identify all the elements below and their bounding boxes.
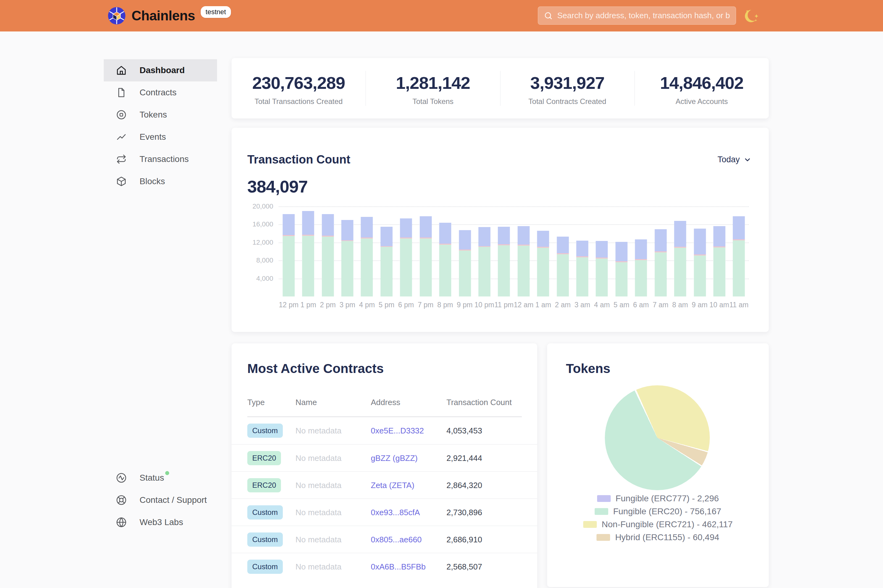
contract-transaction-count: 2,864,320 <box>447 480 482 490</box>
bar-10-pm[interactable] <box>475 204 494 297</box>
x-axis-tick-label: 11 am <box>729 301 749 309</box>
bar-stack <box>635 239 647 297</box>
green-segment <box>537 248 549 297</box>
green-segment <box>420 238 432 297</box>
x-axis-tick-label: 10 am <box>710 301 729 309</box>
sidebar-item-blocks[interactable]: Blocks <box>104 170 217 192</box>
blue-segment <box>694 229 706 255</box>
bar-9-pm[interactable] <box>455 204 475 297</box>
bar-3-am[interactable] <box>572 204 592 297</box>
bar-5-pm[interactable] <box>377 204 396 297</box>
bar-stack <box>615 242 627 297</box>
sidebar-item-label: Events <box>140 132 166 142</box>
bar-4-pm[interactable] <box>357 204 377 297</box>
brand-name[interactable]: Chainlens <box>131 8 195 24</box>
bar-8-pm[interactable] <box>435 204 455 297</box>
blue-segment <box>557 237 569 253</box>
transaction-count-title: Transaction Count <box>247 153 350 166</box>
time-range-dropdown[interactable]: Today <box>718 155 752 164</box>
stat-label: Total Contracts Created <box>501 97 635 106</box>
contract-address-link[interactable]: 0xA6B...B5FBb <box>371 562 426 572</box>
bar-12-pm[interactable] <box>279 204 298 297</box>
x-axis-tick-label: 4 am <box>592 301 612 309</box>
column-header-transaction-count: Transaction Count <box>447 398 511 407</box>
y-axis-tick-label: 16,000 <box>239 220 273 228</box>
x-axis-tick-label: 11 pm <box>494 301 514 309</box>
contract-name: No metadata <box>295 562 341 572</box>
bar-6-am[interactable] <box>631 204 651 297</box>
sidebar-item-label: Blocks <box>140 177 165 186</box>
contract-address-link[interactable]: 0xe5E...D3332 <box>371 426 424 436</box>
column-header-type: Type <box>247 398 265 407</box>
bar-stack <box>694 229 706 297</box>
y-axis-tick-label: 12,000 <box>239 238 273 246</box>
bar-7-am[interactable] <box>651 204 670 297</box>
bar-1-pm[interactable] <box>298 204 318 297</box>
chainlens-logo-icon[interactable] <box>107 6 126 25</box>
x-axis-tick-label: 10 pm <box>475 301 494 309</box>
bar-stack <box>439 223 451 297</box>
blue-segment <box>498 227 510 244</box>
x-axis-tick-label: 1 am <box>534 301 553 309</box>
table-row: ERC20 No metadata Zeta (ZETA) 2,864,320 <box>232 471 537 498</box>
blue-segment <box>439 223 451 244</box>
blue-segment <box>420 216 432 237</box>
green-segment <box>498 245 510 297</box>
search-input[interactable] <box>557 11 730 20</box>
contract-address-link[interactable]: 0xe93...85cfA <box>371 507 420 517</box>
legend-swatch <box>597 495 611 502</box>
sidebar-nav: DashboardContractsTokensEventsTransactio… <box>104 59 217 192</box>
sidebar-item-status[interactable]: Status <box>104 467 217 489</box>
sidebar-item-transactions[interactable]: Transactions <box>104 148 217 170</box>
globe-icon <box>116 517 126 528</box>
green-segment <box>381 247 393 297</box>
global-search[interactable] <box>538 6 736 25</box>
sidebar-item-dashboard[interactable]: Dashboard <box>104 59 217 81</box>
blue-segment <box>381 227 393 246</box>
sidebar-item-contact-support[interactable]: Contact / Support <box>104 489 217 511</box>
file-icon <box>116 87 126 98</box>
bar-11-am[interactable] <box>729 204 749 297</box>
bar-4-am[interactable] <box>592 204 612 297</box>
bar-stack <box>381 227 393 297</box>
green-segment <box>713 248 725 297</box>
dark-mode-toggle-moon-icon[interactable] <box>743 8 761 25</box>
bar-10-am[interactable] <box>710 204 729 297</box>
bar-12-am[interactable] <box>514 204 533 297</box>
sidebar-item-events[interactable]: Events <box>104 126 217 148</box>
contract-type-badge: ERC20 <box>247 451 281 465</box>
contract-name: No metadata <box>295 426 341 436</box>
x-axis-tick-label: 6 pm <box>396 301 416 309</box>
sidebar-item-contracts[interactable]: Contracts <box>104 81 217 104</box>
x-axis-tick-label: 2 am <box>553 301 572 309</box>
bar-1-am[interactable] <box>533 204 553 297</box>
contract-name: No metadata <box>295 535 341 544</box>
bar-3-pm[interactable] <box>337 204 357 297</box>
network-stats-card: 230,763,289 Total Transactions Created1,… <box>232 58 769 118</box>
sidebar-item-tokens[interactable]: Tokens <box>104 104 217 126</box>
x-axis-tick-label: 5 am <box>612 301 631 309</box>
transaction-chart-x-axis: 12 pm1 pm2 pm3 pm4 pm5 pm6 pm7 pm8 pm9 p… <box>279 301 749 309</box>
table-row: Custom No metadata 0x805...ae660 2,686,9… <box>232 526 537 553</box>
bar-stack <box>341 220 353 297</box>
sidebar-item-label: Tokens <box>140 110 167 120</box>
bar-2-am[interactable] <box>553 204 572 297</box>
legend-label: Fungible (ERC20) - 756,167 <box>613 507 721 516</box>
bar-stack <box>302 211 314 297</box>
sidebar-item-web3-labs[interactable]: Web3 Labs <box>104 511 217 533</box>
bar-11-pm[interactable] <box>494 204 514 297</box>
contract-address-link[interactable]: gBZZ (gBZZ) <box>371 453 418 463</box>
stat-total-tokens: 1,281,142 Total Tokens <box>366 71 500 106</box>
contract-address-link[interactable]: 0x805...ae660 <box>371 535 422 544</box>
contract-address-link[interactable]: Zeta (ZETA) <box>371 480 414 490</box>
bar-2-pm[interactable] <box>318 204 337 297</box>
transaction-count-total: 384,097 <box>247 177 307 196</box>
bar-5-am[interactable] <box>612 204 631 297</box>
green-segment <box>400 238 412 297</box>
bar-7-pm[interactable] <box>416 204 435 297</box>
bar-6-pm[interactable] <box>396 204 416 297</box>
bar-9-am[interactable] <box>690 204 710 297</box>
legend-label: Fungible (ERC777) - 2,296 <box>616 494 719 504</box>
tokens-card: Tokens Fungible (ERC777) - 2,296 Fungibl… <box>547 344 769 587</box>
bar-8-am[interactable] <box>670 204 690 297</box>
